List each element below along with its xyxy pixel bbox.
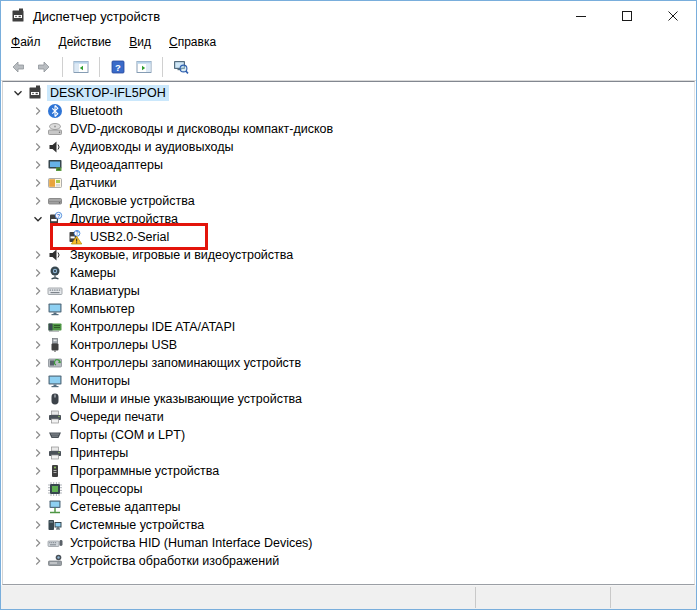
tree-item[interactable]: Устройства HID (Human Interface Devices) bbox=[3, 534, 694, 552]
menu-action[interactable]: Действие bbox=[50, 32, 121, 52]
tree-item[interactable]: Системные устройства bbox=[3, 516, 694, 534]
tree-item-label: Аудиовходы и аудиовыходы bbox=[67, 139, 236, 155]
device-manager-icon[interactable] bbox=[10, 8, 26, 24]
keyboard-icon bbox=[47, 283, 63, 299]
network-adapter-icon bbox=[47, 499, 63, 515]
tree-item[interactable]: Мыши и иные указывающие устройства bbox=[3, 390, 694, 408]
tree-item[interactable]: Датчики bbox=[3, 174, 694, 192]
menu-file[interactable]: Файл bbox=[2, 32, 50, 52]
monitor-icon bbox=[47, 301, 63, 317]
tree-item-label: Мониторы bbox=[67, 373, 133, 389]
tree-item[interactable]: Компьютер bbox=[3, 300, 694, 318]
chevron-collapsed-icon[interactable] bbox=[29, 283, 47, 299]
tree-item[interactable]: DVD-дисководы и дисководы компакт-дисков bbox=[3, 120, 694, 138]
toolbar-separator bbox=[162, 57, 163, 77]
tree-item[interactable]: Сетевые адаптеры bbox=[3, 498, 694, 516]
tree-item[interactable]: Контроллеры запоминающих устройств bbox=[3, 354, 694, 372]
tree-item-label: Видеоадаптеры bbox=[67, 157, 166, 173]
minimize-button[interactable] bbox=[558, 1, 604, 31]
chevron-expanded-icon[interactable] bbox=[9, 85, 27, 101]
scan-hardware-changes-button[interactable] bbox=[168, 55, 194, 79]
chevron-collapsed-icon[interactable] bbox=[29, 139, 47, 155]
minimize-icon bbox=[576, 9, 586, 24]
console-tree-icon bbox=[73, 59, 89, 75]
toolbar-separator bbox=[99, 57, 100, 77]
tree-item[interactable]: Дисковые устройства bbox=[3, 192, 694, 210]
tree-item[interactable]: Очереди печати bbox=[3, 408, 694, 426]
tree-item-label: USB2.0-Serial bbox=[87, 229, 172, 245]
tree-item[interactable]: Другие устройства bbox=[3, 210, 694, 228]
close-button[interactable] bbox=[650, 1, 696, 31]
usb-plug-icon bbox=[47, 337, 63, 353]
back-button[interactable] bbox=[5, 55, 31, 79]
tree-item[interactable]: Звуковые, игровые и видеоустройства bbox=[3, 246, 694, 264]
tree-item[interactable]: DESKTOP-IFL5POH bbox=[3, 84, 694, 102]
menu-bar: ФайлДействиеВидСправка bbox=[1, 31, 696, 53]
chevron-collapsed-icon[interactable] bbox=[29, 193, 47, 209]
chevron-collapsed-icon[interactable] bbox=[29, 445, 47, 461]
chevron-collapsed-icon[interactable] bbox=[29, 301, 47, 317]
tree-item-label: Процессоры bbox=[67, 481, 145, 497]
tree-item[interactable]: Аудиовходы и аудиовыходы bbox=[3, 138, 694, 156]
menu-view[interactable]: Вид bbox=[120, 32, 160, 52]
chevron-collapsed-icon[interactable] bbox=[29, 427, 47, 443]
speaker-icon bbox=[47, 247, 63, 263]
show-console-tree-button[interactable] bbox=[68, 55, 94, 79]
toolbar-separator bbox=[62, 57, 63, 77]
unknown-device-icon bbox=[47, 211, 63, 227]
chevron-collapsed-icon[interactable] bbox=[29, 373, 47, 389]
tree-item[interactable]: Принтеры bbox=[3, 444, 694, 462]
system-devices-icon bbox=[47, 517, 63, 533]
tree-item-label: Устройства обработки изображений bbox=[67, 553, 282, 569]
chevron-collapsed-icon[interactable] bbox=[29, 121, 47, 137]
chevron-collapsed-icon[interactable] bbox=[29, 409, 47, 425]
tree-item[interactable]: Порты (COM и LPT) bbox=[3, 426, 694, 444]
menu-help[interactable]: Справка bbox=[160, 32, 225, 52]
window-title: Диспетчер устройств bbox=[33, 9, 160, 24]
tree-item[interactable]: Мониторы bbox=[3, 372, 694, 390]
tree-item-label: Порты (COM и LPT) bbox=[67, 427, 188, 443]
tree-item[interactable]: Контроллеры USB bbox=[3, 336, 694, 354]
display-adapter-icon bbox=[47, 157, 63, 173]
maximize-button[interactable] bbox=[604, 1, 650, 31]
tree-item-label: Bluetooth bbox=[67, 103, 126, 119]
tree-item-label: DVD-дисководы и дисководы компакт-дисков bbox=[67, 121, 336, 137]
chevron-collapsed-icon[interactable] bbox=[29, 265, 47, 281]
show-action-pane-button[interactable] bbox=[131, 55, 157, 79]
tree-item[interactable]: USB2.0-Serial bbox=[3, 228, 694, 246]
chevron-collapsed-icon[interactable] bbox=[29, 355, 47, 371]
status-separator bbox=[610, 587, 611, 608]
chevron-collapsed-icon[interactable] bbox=[29, 535, 47, 551]
tree-item[interactable]: Видеоадаптеры bbox=[3, 156, 694, 174]
chevron-collapsed-icon[interactable] bbox=[29, 553, 47, 569]
tree-item-label: Принтеры bbox=[67, 445, 131, 461]
chevron-collapsed-icon[interactable] bbox=[29, 319, 47, 335]
chevron-collapsed-icon[interactable] bbox=[29, 175, 47, 191]
chevron-collapsed-icon[interactable] bbox=[29, 337, 47, 353]
action-pane-icon bbox=[136, 59, 152, 75]
tree-item[interactable]: Процессоры bbox=[3, 480, 694, 498]
chevron-collapsed-icon[interactable] bbox=[29, 499, 47, 515]
tree-item[interactable]: Камеры bbox=[3, 264, 694, 282]
storage-controller-icon bbox=[47, 355, 63, 371]
tree-item[interactable]: Bluetooth bbox=[3, 102, 694, 120]
chevron-expanded-icon[interactable] bbox=[29, 211, 47, 227]
chevron-collapsed-icon[interactable] bbox=[29, 463, 47, 479]
speaker-icon bbox=[47, 139, 63, 155]
tree-item[interactable]: Устройства обработки изображений bbox=[3, 552, 694, 570]
forward-button[interactable] bbox=[31, 55, 57, 79]
tree-item-label: Датчики bbox=[67, 175, 120, 191]
chevron-collapsed-icon[interactable] bbox=[29, 391, 47, 407]
chevron-collapsed-icon[interactable] bbox=[29, 517, 47, 533]
chevron-collapsed-icon[interactable] bbox=[29, 157, 47, 173]
chevron-collapsed-icon[interactable] bbox=[29, 247, 47, 263]
tree-item[interactable]: Клавиатуры bbox=[3, 282, 694, 300]
tree-item-label: Контроллеры запоминающих устройств bbox=[67, 355, 304, 371]
tree-item-label: DESKTOP-IFL5POH bbox=[47, 85, 169, 101]
chevron-collapsed-icon[interactable] bbox=[29, 103, 47, 119]
chevron-collapsed-icon[interactable] bbox=[29, 481, 47, 497]
help-button[interactable] bbox=[105, 55, 131, 79]
tree-item[interactable]: Контроллеры IDE ATA/ATAPI bbox=[3, 318, 694, 336]
tree-item[interactable]: Программные устройства bbox=[3, 462, 694, 480]
close-icon bbox=[668, 9, 678, 24]
